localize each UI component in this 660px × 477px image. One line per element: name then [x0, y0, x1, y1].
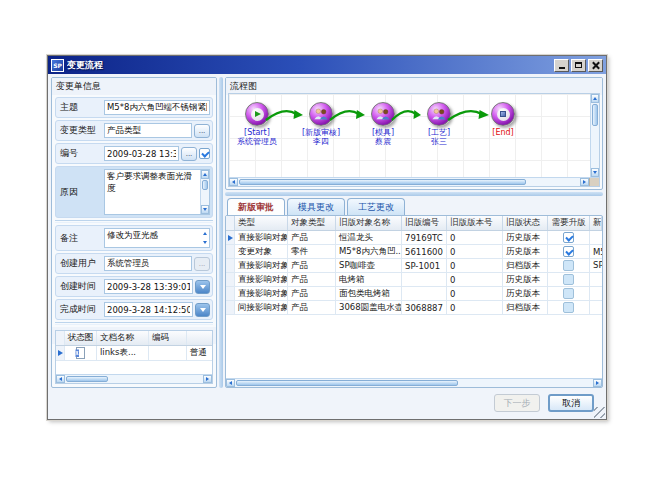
- right-region: 流程图 [Start]系统管理员: [225, 77, 603, 388]
- cancel-button[interactable]: 取消: [548, 394, 594, 412]
- horizontal-splitter[interactable]: [225, 192, 603, 196]
- scroll-left-icon[interactable]: [226, 379, 235, 387]
- request-list-table: 状态图 文档名称 编码 links表... 普通: [55, 330, 213, 384]
- close-button[interactable]: [588, 59, 603, 72]
- upgrade-checkbox[interactable]: [563, 232, 574, 243]
- table-row[interactable]: 间接影响对象 产品 3068圆盖电水壶 3068887 0 归档版本: [226, 301, 602, 315]
- subject-input[interactable]: [104, 100, 210, 115]
- number-picker-button[interactable]: ...: [181, 147, 197, 161]
- col-old-status[interactable]: 旧版状态: [503, 216, 548, 230]
- scroll-down-icon[interactable]: [201, 205, 209, 214]
- request-table-header: 状态图 文档名称 编码: [56, 331, 212, 346]
- row-selector-icon: [228, 235, 233, 241]
- field-remark: 备注 修改为亚光感: [55, 225, 213, 251]
- table-row[interactable]: 直接影响对象 产品 面包类电烤箱 0 历史版本: [226, 287, 602, 301]
- upgrade-checkbox[interactable]: [563, 260, 574, 271]
- scroll-right-icon[interactable]: [203, 375, 212, 383]
- table-row[interactable]: 直接影响对象 产品 SP咖啡壶 SP-1001 0 归档版本 SP咖: [226, 259, 602, 273]
- reason-textarea[interactable]: 客户要求调整表面光滑度: [104, 169, 210, 215]
- finish-time-dropdown-button[interactable]: [195, 303, 210, 317]
- request-table-hscrollbar[interactable]: [56, 374, 212, 383]
- spin-up-icon[interactable]: [200, 229, 209, 238]
- row-selector-icon: [58, 350, 63, 356]
- creator-input[interactable]: [104, 256, 192, 271]
- creator-picker-button[interactable]: ...: [194, 257, 210, 271]
- field-change-type: 变更类型 ...: [55, 120, 213, 141]
- created-time-dropdown-button[interactable]: [195, 280, 210, 294]
- col-status-icon[interactable]: 状态图: [65, 331, 97, 345]
- next-button[interactable]: 下一步: [494, 394, 540, 412]
- number-checkbox[interactable]: [199, 148, 210, 159]
- change-type-input[interactable]: [104, 123, 192, 138]
- finish-time-input[interactable]: [104, 302, 193, 317]
- upgrade-checkbox[interactable]: [563, 288, 574, 299]
- tab-new-version-approval[interactable]: 新版审批: [227, 198, 285, 215]
- scroll-right-icon[interactable]: [580, 178, 589, 186]
- scroll-left-icon[interactable]: [56, 375, 65, 383]
- upgrade-checkbox[interactable]: [563, 302, 574, 313]
- field-subject: 主题: [55, 97, 213, 118]
- tab-craft-change[interactable]: 工艺更改: [347, 198, 405, 215]
- flow-node-end[interactable]: [End]: [471, 102, 535, 137]
- col-old-no[interactable]: 旧版编号: [402, 216, 447, 230]
- flow-hscrollbar[interactable]: [229, 177, 599, 186]
- divider: [55, 220, 213, 223]
- flow-vscrollbar[interactable]: [590, 94, 599, 177]
- word-doc-icon: [75, 347, 86, 359]
- subject-label: 主题: [58, 101, 102, 114]
- request-table-row[interactable]: links表... 普通: [56, 346, 212, 361]
- titlebar[interactable]: SP 变更流程: [48, 56, 606, 74]
- change-type-label: 变更类型: [58, 124, 102, 137]
- remark-spinner[interactable]: [200, 229, 209, 247]
- upgrade-checkbox[interactable]: [563, 274, 574, 285]
- upgrade-checkbox[interactable]: [563, 246, 574, 257]
- table-row[interactable]: 变更对象 零件 M5*8内六角凹... 5611600 0 历史版本 M5*8: [226, 245, 602, 259]
- table-row[interactable]: 直接影响对象 产品 电烤箱 0 历史版本: [226, 273, 602, 287]
- spin-down-icon[interactable]: [200, 238, 209, 247]
- created-time-input[interactable]: [104, 279, 193, 294]
- maximize-button[interactable]: [571, 59, 586, 72]
- flow-chart-canvas[interactable]: [Start]系统管理员: [229, 94, 590, 177]
- chevron-down-icon: [200, 308, 206, 312]
- scroll-up-icon[interactable]: [201, 170, 209, 179]
- reason-scrollbar[interactable]: [200, 170, 209, 214]
- creator-label: 创建用户: [58, 257, 102, 270]
- field-created-time: 创建时间: [55, 276, 213, 297]
- tab-mold-change[interactable]: 模具更改: [287, 198, 345, 215]
- remark-textarea[interactable]: 修改为亚光感: [104, 228, 210, 248]
- window-title: 变更流程: [67, 56, 551, 74]
- col-type[interactable]: 类型: [235, 216, 288, 230]
- change-type-picker-button[interactable]: ...: [194, 124, 210, 138]
- col-doc-name[interactable]: 文档名称: [97, 331, 149, 345]
- minimize-button[interactable]: [554, 59, 569, 72]
- number-label: 编号: [58, 147, 102, 160]
- created-time-label: 创建时间: [58, 280, 102, 293]
- reason-label: 原因: [58, 186, 102, 199]
- col-upgrade[interactable]: 需要升版: [548, 216, 590, 230]
- change-order-info-panel: 变更单信息 主题 变更类型 ... 编号 ... 原因 客户要求调整表面光滑度: [51, 77, 217, 388]
- col-new[interactable]: 新版: [590, 216, 602, 230]
- scroll-right-icon[interactable]: [593, 379, 602, 387]
- tab-strip: 新版审批 模具更改 工艺更改: [225, 198, 603, 215]
- footer: 下一步 取消: [48, 389, 606, 419]
- number-input[interactable]: [104, 146, 179, 161]
- col-obj-type[interactable]: 对象类型: [288, 216, 336, 230]
- col-old-ver[interactable]: 旧版版本号: [447, 216, 503, 230]
- end-node-icon: [491, 102, 515, 126]
- maximize-icon: [575, 62, 582, 68]
- change-order-info-header: 变更单信息: [52, 78, 216, 95]
- scrollbar-corner: [589, 178, 599, 186]
- scroll-up-icon[interactable]: [591, 94, 599, 103]
- scroll-left-icon[interactable]: [229, 178, 238, 186]
- col-old-name[interactable]: 旧版对象名称: [336, 216, 402, 230]
- resize-grip[interactable]: [594, 407, 605, 418]
- table-hscrollbar[interactable]: [226, 378, 602, 387]
- impact-objects-table: 类型 对象类型 旧版对象名称 旧版编号 旧版版本号 旧版状态 需要升版 新版 直…: [225, 215, 603, 388]
- vertical-splitter[interactable]: [219, 77, 223, 388]
- scroll-down-icon[interactable]: [591, 168, 599, 177]
- code-cell: [149, 346, 187, 360]
- status-cell: 普通: [187, 346, 212, 360]
- table-row[interactable]: 直接影响对象 产品 恒温龙头 79169TC 0 历史版本: [226, 231, 602, 245]
- col-code[interactable]: 编码: [149, 331, 187, 345]
- table-header-row: 类型 对象类型 旧版对象名称 旧版编号 旧版版本号 旧版状态 需要升版 新版: [226, 216, 602, 231]
